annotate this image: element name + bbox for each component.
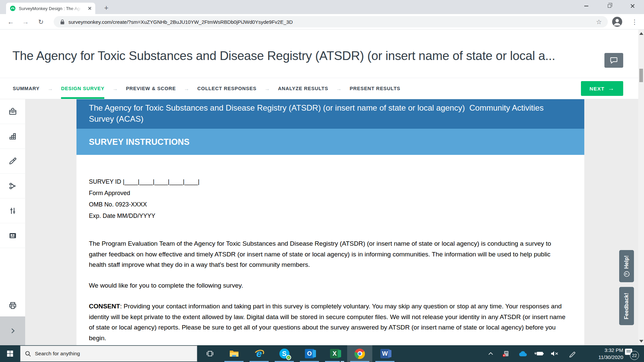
sidebar-collapse-button[interactable] <box>0 316 25 345</box>
format-button[interactable] <box>0 223 25 248</box>
next-button[interactable]: NEXT → <box>581 81 623 96</box>
tab-title: SurveyMonkey Design : The Agenc <box>19 6 81 11</box>
taskbar-app-excel[interactable]: X <box>322 345 347 362</box>
taskbar-app-outlook[interactable]: O <box>297 345 322 362</box>
consent-paragraph: CONSENT: Providing your contact informat… <box>89 301 569 343</box>
scrollbar-thumb[interactable] <box>639 69 643 82</box>
taskbar-clock[interactable]: 3:32 PM 11/30/2020 <box>581 347 623 361</box>
pen-icon[interactable] <box>566 345 579 362</box>
style-button[interactable] <box>0 149 25 174</box>
task-view-button[interactable] <box>201 345 219 362</box>
onedrive-icon[interactable] <box>516 345 530 362</box>
tab-present-results[interactable]: PRESENT RESULTS <box>350 78 400 99</box>
address-bar[interactable]: surveymonkey.com/create/?sm=XuZYGNHb_2Bu… <box>54 16 608 27</box>
excel-icon: X <box>329 348 340 359</box>
restore-button[interactable] <box>602 0 617 12</box>
tab-design-survey[interactable]: DESIGN SURVEY <box>61 78 104 99</box>
restore-icon <box>608 4 611 8</box>
omb-number-line: OMB No. 0923-XXXX <box>89 201 569 208</box>
builder-blocks-icon <box>8 132 17 141</box>
bookmark-star-icon[interactable]: ☆ <box>596 18 602 26</box>
skype-online-badge: ✓ <box>286 355 291 360</box>
workflow-nav: SUMMARY → DESIGN SURVEY → PREVIEW & SCOR… <box>0 78 644 99</box>
notification-count-badge: 22 <box>630 351 639 360</box>
builder-button[interactable] <box>0 124 25 149</box>
nav-arrow-icon: → <box>112 78 118 99</box>
browser-menu-button[interactable]: ⋮ <box>629 16 641 28</box>
minimize-icon <box>584 6 588 6</box>
battery-charging-icon[interactable] <box>532 345 546 362</box>
surveymonkey-favicon-icon <box>10 6 15 11</box>
scroll-up-icon[interactable] <box>639 32 643 35</box>
reload-button[interactable]: ↻ <box>35 16 47 28</box>
clock-time: 3:32 PM <box>581 347 623 354</box>
intro-paragraph: The Program Evaluation Team of the Agenc… <box>89 238 569 270</box>
tools-sidebar <box>0 99 25 316</box>
survey-canvas[interactable]: The Agency for Toxic Substances and Dise… <box>76 99 584 345</box>
volume-muted-icon[interactable] <box>547 345 561 362</box>
svg-text:?: ? <box>625 273 629 275</box>
request-paragraph: We would like for you to complete the fo… <box>89 280 569 291</box>
help-tab-label: Help! <box>624 255 630 269</box>
print-button[interactable] <box>0 295 25 316</box>
page-scrollbar[interactable] <box>638 29 644 345</box>
form-approved-line: Form Approved <box>89 190 569 197</box>
toolbox-button[interactable] <box>0 99 25 124</box>
notification-center-button[interactable]: 22 <box>625 348 638 360</box>
taskbar-app-internet-explorer[interactable]: e <box>247 345 272 362</box>
lock-icon <box>60 19 64 24</box>
tab-analyze-results[interactable]: ANALYZE RESULTS <box>278 78 328 99</box>
screen: SurveyMonkey Design : The Agenc + ← → ↻ … <box>0 0 644 362</box>
forward-button[interactable]: → <box>19 16 32 28</box>
taskbar-app-word[interactable]: W <box>372 345 397 362</box>
internet-explorer-icon: e <box>254 348 265 359</box>
survey-body: SURVEY ID |____|____|____|____|____| For… <box>76 155 584 343</box>
tray-expand-button[interactable] <box>485 345 496 362</box>
nav-arrow-icon: → <box>336 78 341 99</box>
taskbar-app-file-explorer[interactable] <box>221 345 247 362</box>
arrow-right-icon: → <box>608 85 614 92</box>
printer-icon <box>8 301 17 310</box>
feedback-tab[interactable]: Feedback! <box>619 287 634 325</box>
question-mark-icon: ? <box>624 271 630 277</box>
url-text: surveymonkey.com/create/?sm=XuZYGNHb_2Bu… <box>68 19 596 25</box>
comments-button[interactable] <box>604 53 623 68</box>
layout-format-icon <box>8 231 17 240</box>
next-button-label: NEXT <box>589 86 604 92</box>
scroll-down-icon[interactable] <box>639 340 643 343</box>
toolbox-icon <box>8 107 17 116</box>
browser-titlebar: SurveyMonkey Design : The Agenc + <box>0 0 644 14</box>
chevron-right-icon <box>9 327 16 335</box>
tab-close-icon[interactable] <box>87 6 93 11</box>
profile-avatar[interactable] <box>612 16 623 27</box>
sliders-icon <box>8 206 17 215</box>
new-tab-button[interactable]: + <box>101 3 111 13</box>
design-workspace: The Agency for Toxic Substances and Dise… <box>0 99 644 345</box>
options-button[interactable] <box>0 198 25 223</box>
close-button[interactable] <box>625 0 640 12</box>
clock-date: 11/30/2020 <box>581 354 623 361</box>
minimize-button[interactable] <box>579 0 594 12</box>
help-tab[interactable]: ? Help! <box>619 250 634 282</box>
logic-button[interactable] <box>0 174 25 198</box>
tray-phone-app[interactable] <box>500 345 513 362</box>
logic-branch-icon <box>8 182 17 190</box>
search-icon <box>25 351 31 357</box>
search-input[interactable] <box>35 351 182 357</box>
back-button[interactable]: ← <box>5 16 17 28</box>
page-title: The Agency for Toxic Substances and Dise… <box>12 49 596 63</box>
browser-tab[interactable]: SurveyMonkey Design : The Agenc <box>6 3 95 14</box>
taskbar-app-chrome-active[interactable] <box>347 345 372 362</box>
taskbar-app-skype[interactable]: S ✓ <box>272 345 297 362</box>
tab-summary[interactable]: SUMMARY <box>13 78 40 99</box>
tab-preview-score[interactable]: PREVIEW & SCORE <box>126 78 176 99</box>
chrome-icon <box>355 348 365 359</box>
start-button[interactable] <box>0 345 20 362</box>
nav-arrow-icon: → <box>48 78 53 99</box>
word-icon: W <box>380 348 390 359</box>
taskbar-search[interactable] <box>20 346 197 362</box>
windows-taskbar: e S ✓ O X <box>0 345 644 362</box>
task-view-icon <box>206 350 214 358</box>
tab-collect-responses[interactable]: COLLECT RESPONSES <box>197 78 256 99</box>
phone-icon <box>502 350 510 357</box>
